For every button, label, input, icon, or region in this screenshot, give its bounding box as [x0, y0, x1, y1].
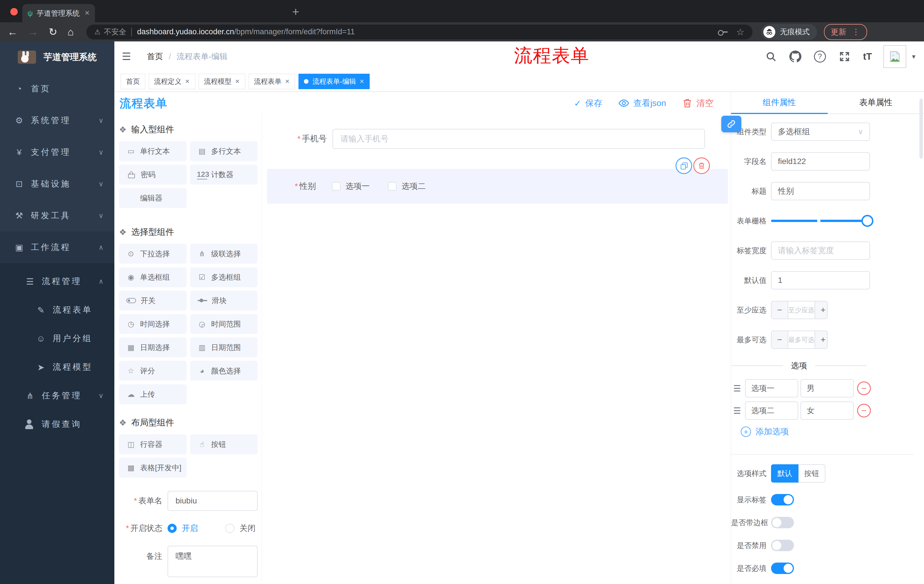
sidebar-logo[interactable]: 芋道管理系统	[0, 41, 114, 73]
tab-close-icon[interactable]: ✕	[85, 10, 90, 17]
checkbox[interactable]	[388, 182, 396, 191]
sidebar-item-payment[interactable]: ¥ 支付管理 ∨	[0, 136, 114, 168]
component-type-select[interactable]: 多选框组 ∨	[771, 123, 870, 141]
component-item-slider[interactable]: 滑块	[190, 291, 258, 311]
browser-tab[interactable]: ψ 芋道管理系统 ✕	[22, 4, 95, 22]
password-key-icon[interactable]	[718, 30, 728, 34]
tab-component-props[interactable]: 组件属性	[731, 92, 828, 114]
component-item-select[interactable]: ⊙下拉选择	[119, 244, 187, 264]
sidebar-collapse-icon[interactable]: ☰	[122, 51, 131, 63]
gender-option-1[interactable]: 选项一	[332, 181, 370, 192]
sidebar-item-process-mgmt[interactable]: ☰ 流程管理 ∧	[0, 267, 114, 296]
duplicate-button[interactable]	[676, 158, 692, 174]
remove-option-button[interactable]: −	[857, 404, 871, 418]
sidebar-item-workflow[interactable]: ▣ 工作流程 ∧	[0, 232, 114, 263]
sidebar-item-user-group[interactable]: ☺ 用户分组	[0, 324, 114, 353]
avatar[interactable]	[883, 45, 906, 68]
show-label-toggle[interactable]	[771, 494, 794, 505]
component-item-time[interactable]: ◷时间选择	[119, 314, 187, 334]
browser-update-button[interactable]: 更新 ⋮	[824, 24, 867, 40]
sidebar-item-system[interactable]: ⚙ 系统管理 ∨	[0, 105, 114, 136]
add-option-button[interactable]: + 添加选项	[741, 426, 924, 438]
option-1-label-input[interactable]	[745, 379, 798, 397]
reload-icon[interactable]: ↻	[49, 26, 57, 38]
clear-button[interactable]: 清空	[682, 97, 714, 109]
bookmark-star-icon[interactable]: ☆	[736, 26, 744, 38]
forward-icon[interactable]: →	[28, 26, 38, 38]
component-item-radio-group[interactable]: ◉单选框组	[119, 267, 187, 287]
component-item-cascader[interactable]: ⋔级联选择	[190, 244, 258, 264]
max-select-value[interactable]: 最多可选	[788, 331, 815, 348]
form-grid-slider[interactable]	[771, 212, 871, 230]
title-input[interactable]	[771, 182, 870, 200]
component-item-checkbox-group[interactable]: ☑多选框组	[190, 267, 258, 287]
min-select-value[interactable]: 至少应选	[788, 301, 815, 319]
component-item-multi-text[interactable]: ▤多行文本	[190, 141, 258, 161]
search-icon[interactable]	[765, 51, 777, 62]
sidebar-item-process-model[interactable]: ➤ 流程模型	[0, 353, 114, 382]
checkbox[interactable]	[332, 182, 340, 191]
canvas-field-gender-selected[interactable]: *性别 选项一 选项二	[267, 169, 728, 204]
link-button[interactable]	[721, 116, 741, 132]
component-item-date-range[interactable]: ▥日期范围	[190, 337, 258, 357]
scrollbar-thumb[interactable]	[919, 99, 923, 159]
plus-button[interactable]: +	[815, 331, 828, 348]
sidebar-item-home[interactable]: ◔ 首页	[0, 73, 114, 105]
component-item-single-text[interactable]: ▭单行文本	[119, 141, 187, 161]
option-style-button[interactable]: 按钮	[799, 464, 825, 482]
drag-handle-icon[interactable]: ☰	[733, 406, 741, 416]
remove-option-button[interactable]: −	[857, 382, 871, 395]
required-toggle[interactable]	[771, 563, 794, 574]
field-name-input[interactable]	[771, 152, 870, 171]
form-remark-textarea[interactable]: 嘿嘿	[168, 546, 257, 577]
component-item-button[interactable]: ☝按钮	[190, 434, 258, 454]
window-close-button[interactable]	[10, 8, 18, 15]
border-toggle[interactable]	[771, 517, 794, 528]
close-icon[interactable]: ✕	[285, 78, 290, 85]
url-bar[interactable]: ⚠ 不安全 dashboard.yudao.iocoder.cn /bpm/ma…	[86, 25, 752, 39]
breadcrumb-home[interactable]: 首页	[147, 51, 163, 62]
component-item-time-range[interactable]: ◶时间范围	[190, 314, 258, 334]
default-value-input[interactable]	[771, 271, 870, 290]
sidebar-item-infra[interactable]: ⊡ 基础设施 ∨	[0, 168, 114, 200]
new-tab-button[interactable]: +	[292, 5, 299, 19]
fullscreen-icon[interactable]	[838, 51, 851, 63]
component-item-color[interactable]: ◕颜色选择	[190, 361, 258, 381]
disabled-toggle[interactable]	[771, 540, 794, 551]
component-item-counter[interactable]: 123计数器	[190, 165, 258, 184]
option-2-value-input[interactable]	[800, 401, 854, 420]
slider-handle[interactable]	[861, 215, 873, 227]
tag-process-definition[interactable]: 流程定义 ✕	[148, 74, 195, 89]
radio-open[interactable]	[168, 524, 177, 533]
radio-closed[interactable]	[225, 524, 234, 533]
tab-form-props[interactable]: 表单属性	[828, 92, 924, 114]
component-item-row-container[interactable]: ◫行容器	[119, 434, 187, 454]
tag-process-form-edit[interactable]: 流程表单-编辑 ✕	[299, 74, 370, 89]
avatar-caret-icon[interactable]: ▾	[912, 53, 916, 61]
canvas-field-phone[interactable]: *手机号	[267, 129, 705, 149]
github-icon[interactable]	[789, 51, 801, 63]
back-icon[interactable]: ←	[7, 26, 18, 38]
tag-process-model[interactable]: 流程模型 ✕	[199, 74, 245, 89]
close-icon[interactable]: ✕	[360, 78, 364, 85]
component-item-date[interactable]: ▦日期选择	[119, 337, 187, 357]
radio-closed-label[interactable]: 关闭	[239, 523, 256, 534]
save-button[interactable]: ✓ 保存	[574, 97, 602, 109]
sidebar-item-process-form[interactable]: ✎ 流程表单	[0, 296, 114, 324]
slider-track[interactable]	[771, 220, 871, 222]
option-2-label-input[interactable]	[745, 401, 798, 420]
option-style-default[interactable]: 默认	[771, 464, 799, 482]
font-size-icon[interactable]: tT	[863, 51, 872, 62]
form-name-input[interactable]	[168, 491, 257, 511]
component-item-table[interactable]: ▩表格[开发中]	[119, 458, 187, 478]
close-icon[interactable]: ✕	[235, 78, 240, 85]
sidebar-item-leave-query[interactable]: 请假查询	[0, 410, 114, 439]
gender-option-2[interactable]: 选项二	[388, 181, 426, 192]
tag-home[interactable]: 首页	[120, 74, 145, 89]
plus-button[interactable]: +	[815, 301, 828, 319]
label-width-input[interactable]	[771, 242, 870, 260]
sidebar-item-devtools[interactable]: ⚒ 研发工具 ∨	[0, 200, 114, 232]
view-json-button[interactable]: 查看json	[619, 97, 666, 109]
minus-button[interactable]: −	[772, 301, 788, 319]
option-1-value-input[interactable]	[800, 379, 854, 397]
